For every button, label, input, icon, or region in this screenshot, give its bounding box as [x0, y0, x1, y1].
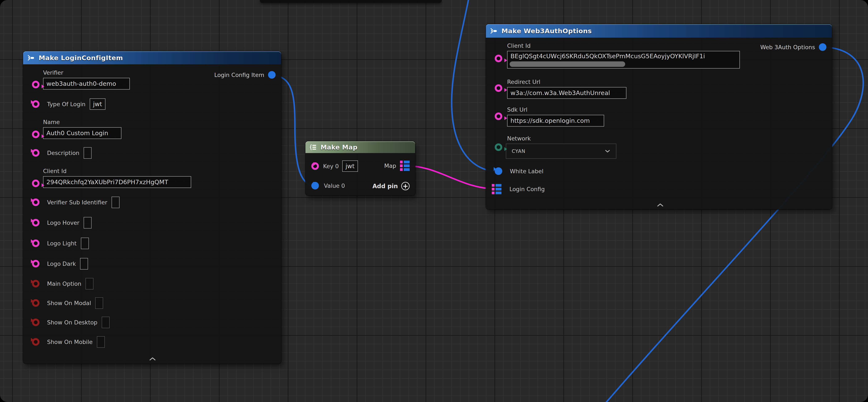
client-id-input[interactable]: BEglQSgt4cUWcj6SKRdu5QkOXTsePmMcusG5EAoy…	[507, 51, 740, 68]
field-row-logo-dark: Logo Dark	[23, 258, 281, 269]
main-option-checkbox[interactable]	[86, 278, 93, 289]
pin-label: Redirect Url	[507, 79, 832, 85]
field-row-verifier-sub-identifier: Verifier Sub Identifier	[23, 196, 281, 208]
output-row-map: Map	[384, 160, 410, 172]
description-input[interactable]	[84, 147, 92, 159]
pin-label: Main Option	[47, 281, 81, 287]
pin-label: Show On Desktop	[47, 319, 97, 326]
field-row-sdk-url: Sdk Url https://sdk.openlogin.com	[486, 106, 832, 126]
field-row-show-on-modal: Show On Modal	[23, 297, 281, 309]
chevron-up-icon	[148, 356, 157, 361]
field-row-logo-light: Logo Light	[23, 237, 281, 249]
client-id-input[interactable]: 294QRkchfq2YaXUbPri7D6PH7xzHgQMT	[43, 176, 191, 188]
pin-main-option[interactable]	[32, 280, 39, 287]
pin-label: Description	[47, 150, 80, 156]
node-title: Make Map	[320, 144, 358, 151]
horizontal-scrollbar[interactable]	[509, 61, 625, 67]
pin-verifier-sub-identifier[interactable]	[32, 199, 39, 206]
network-dropdown[interactable]: CYAN	[506, 144, 616, 159]
show-on-modal-checkbox[interactable]	[95, 297, 103, 309]
pin-label: Verifier	[43, 69, 281, 76]
pin-label: Network	[507, 135, 832, 142]
wire-map-to-loginconfig[interactable]	[408, 166, 495, 189]
pin-type-of-login[interactable]	[32, 100, 39, 108]
pin-sdk-url[interactable]	[495, 113, 502, 120]
logo-hover-input[interactable]	[84, 217, 92, 229]
logo-dark-input[interactable]	[80, 258, 88, 269]
field-row-main-option: Main Option	[23, 278, 281, 289]
field-row-white-label: White Label	[486, 165, 832, 177]
field-row-redirect-url: Redirect Url w3a://com.w3a.Web3AuthUnrea…	[486, 79, 832, 99]
add-pin-label: Add pin	[372, 183, 398, 190]
offscreen-node-bottom-edge	[260, 0, 442, 3]
name-input[interactable]: Auth0 Custom Login	[43, 127, 121, 139]
pin-client-id[interactable]	[495, 55, 502, 62]
redirect-url-input[interactable]: w3a://com.w3a.Web3AuthUnreal	[507, 87, 626, 99]
chevron-up-icon	[656, 203, 664, 207]
pin-client-id[interactable]	[32, 179, 39, 187]
pin-label: Logo Hover	[47, 220, 80, 226]
verifier-input[interactable]: web3auth-auth0-demo	[43, 78, 130, 90]
verifier-sub-identifier-input[interactable]	[112, 197, 120, 208]
add-pin-row: Add pin +	[372, 180, 410, 192]
node-make-web3authoptions[interactable]: Make Web3AuthOptions Web 3Auth Options C…	[486, 24, 832, 209]
pin-key0[interactable]	[311, 162, 319, 170]
pin-verifier[interactable]	[32, 81, 39, 88]
field-row-client-id: Client Id 294QRkchfq2YaXUbPri7D6PH7xzHgQ…	[23, 168, 281, 188]
blueprint-graph-canvas[interactable]: Make LoginConfigItem Login Config Item V…	[0, 0, 868, 402]
collapse-node-button[interactable]	[656, 203, 664, 207]
pin-label: Client Id	[43, 168, 281, 174]
node-header[interactable]: Make LoginConfigItem	[23, 51, 281, 64]
type-of-login-input[interactable]: jwt	[90, 98, 105, 110]
node-header[interactable]: Make Map	[305, 141, 415, 153]
blueprint-editor-screenshot: Make LoginConfigItem Login Config Item V…	[0, 0, 868, 402]
logo-light-input[interactable]	[81, 237, 89, 249]
show-on-desktop-checkbox[interactable]	[102, 317, 110, 328]
make-struct-icon	[490, 27, 498, 34]
pin-label: Value 0	[324, 182, 345, 189]
pin-network[interactable]	[495, 143, 502, 151]
pin-label: Login Config	[509, 186, 545, 192]
node-make-loginconfigitem[interactable]: Make LoginConfigItem Login Config Item V…	[23, 51, 281, 364]
pin-label: White Label	[510, 168, 544, 174]
pin-label: Name	[43, 119, 281, 125]
pin-logo-light[interactable]	[32, 239, 39, 247]
pin-label: Logo Dark	[47, 260, 76, 267]
node-make-map[interactable]: Make Map Key 0 jwt Map Value 0 Add pin	[305, 141, 415, 196]
pin-label: Client Id	[507, 42, 832, 49]
add-pin-button[interactable]: Add pin +	[372, 182, 410, 190]
output-pin-map[interactable]	[400, 161, 410, 171]
field-row-type-of-login: Type Of Login jwt	[23, 98, 281, 110]
pin-login-config[interactable]	[492, 184, 501, 194]
pin-logo-dark[interactable]	[32, 260, 39, 267]
collapse-node-button[interactable]	[148, 356, 157, 361]
show-on-mobile-checkbox[interactable]	[97, 336, 105, 348]
pin-name[interactable]	[32, 131, 39, 138]
pin-description[interactable]	[32, 149, 39, 156]
key0-input[interactable]: jwt	[342, 161, 358, 172]
make-struct-icon	[27, 54, 35, 61]
field-row-show-on-mobile: Show On Mobile	[23, 336, 281, 348]
sdk-url-input[interactable]: https://sdk.openlogin.com	[507, 115, 604, 126]
field-row-name: Name Auth0 Custom Login	[23, 119, 281, 139]
pin-logo-hover[interactable]	[32, 219, 39, 226]
network-selected-value: CYAN	[512, 148, 525, 154]
pin-label: Show On Modal	[47, 300, 91, 306]
pin-value0[interactable]	[311, 182, 319, 190]
node-header[interactable]: Make Web3AuthOptions	[486, 24, 832, 38]
field-row-show-on-desktop: Show On Desktop	[23, 316, 281, 328]
chevron-down-icon	[604, 149, 611, 153]
pin-show-on-modal[interactable]	[32, 299, 39, 307]
field-row-network: Network CYAN	[486, 135, 832, 159]
pin-show-on-desktop[interactable]	[32, 318, 39, 326]
pin-label: Sdk Url	[507, 106, 832, 113]
pin-show-on-mobile[interactable]	[32, 338, 39, 346]
pin-white-label[interactable]	[495, 167, 502, 175]
output-pin-label: Map	[384, 163, 396, 169]
field-row-description: Description	[23, 147, 281, 159]
pin-label: Verifier Sub Identifier	[47, 199, 107, 206]
pin-redirect-url[interactable]	[495, 84, 502, 92]
pin-label: Show On Mobile	[47, 339, 93, 345]
field-row-verifier: Verifier web3auth-auth0-demo	[23, 69, 281, 90]
node-title: Make LoginConfigItem	[39, 54, 123, 62]
